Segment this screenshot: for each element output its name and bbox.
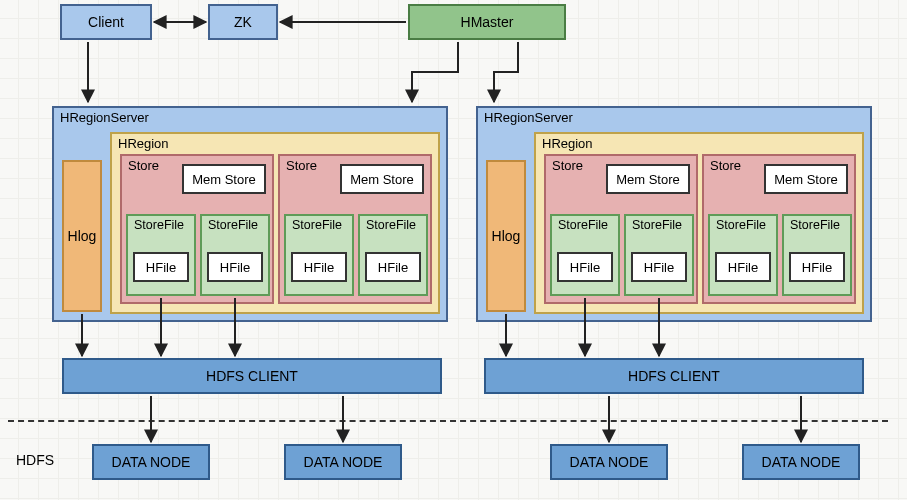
hfile-1a2-label: HFile [220,260,250,275]
hlog-2-label: Hlog [492,228,521,244]
hdfs-divider [8,420,888,422]
storefile-2a1-label: StoreFile [558,218,608,232]
hfile-2b2-label: HFile [802,260,832,275]
memstore-2a: Mem Store [606,164,690,194]
datanode-2a: DATA NODE [550,444,668,480]
hfile-2b2: HFile [789,252,845,282]
hmaster-label: HMaster [461,14,514,30]
memstore-1b-label: Mem Store [350,172,414,187]
storefile-1b1-label: StoreFile [292,218,342,232]
datanode-1a-label: DATA NODE [112,454,191,470]
datanode-2a-label: DATA NODE [570,454,649,470]
hdfs-client-2-label: HDFS CLIENT [628,368,720,384]
hdfs-client-2: HDFS CLIENT [484,358,864,394]
client-label: Client [88,14,124,30]
hdfs-client-1: HDFS CLIENT [62,358,442,394]
memstore-1a-label: Mem Store [192,172,256,187]
hregionserver-1-label: HRegionServer [60,110,149,125]
hfile-2a2: HFile [631,252,687,282]
datanode-1b: DATA NODE [284,444,402,480]
hfile-2a1: HFile [557,252,613,282]
hfile-1a2: HFile [207,252,263,282]
hregion-2-label: HRegion [542,136,593,151]
datanode-1a: DATA NODE [92,444,210,480]
hfile-2a1-label: HFile [570,260,600,275]
hfile-1a1-label: HFile [146,260,176,275]
hdfs-label: HDFS [16,452,54,468]
hfile-2a2-label: HFile [644,260,674,275]
hmaster-box: HMaster [408,4,566,40]
hdfs-client-1-label: HDFS CLIENT [206,368,298,384]
hfile-1a1: HFile [133,252,189,282]
hfile-2b1: HFile [715,252,771,282]
hfile-1b1-label: HFile [304,260,334,275]
hfile-1b2-label: HFile [378,260,408,275]
store-1b-label: Store [286,158,317,173]
store-2b-label: Store [710,158,741,173]
store-1a-label: Store [128,158,159,173]
datanode-1b-label: DATA NODE [304,454,383,470]
hfile-1b2: HFile [365,252,421,282]
storefile-1b2-label: StoreFile [366,218,416,232]
memstore-2b: Mem Store [764,164,848,194]
storefile-2b1-label: StoreFile [716,218,766,232]
storefile-2b2-label: StoreFile [790,218,840,232]
datanode-2b: DATA NODE [742,444,860,480]
store-2a-label: Store [552,158,583,173]
datanode-2b-label: DATA NODE [762,454,841,470]
hlog-2: Hlog [486,160,526,312]
storefile-1a1-label: StoreFile [134,218,184,232]
hfile-1b1: HFile [291,252,347,282]
zk-box: ZK [208,4,278,40]
hlog-1-label: Hlog [68,228,97,244]
storefile-1a2-label: StoreFile [208,218,258,232]
memstore-1b: Mem Store [340,164,424,194]
storefile-2a2-label: StoreFile [632,218,682,232]
client-box: Client [60,4,152,40]
zk-label: ZK [234,14,252,30]
memstore-2b-label: Mem Store [774,172,838,187]
hregion-1-label: HRegion [118,136,169,151]
memstore-1a: Mem Store [182,164,266,194]
hregionserver-2-label: HRegionServer [484,110,573,125]
hfile-2b1-label: HFile [728,260,758,275]
hlog-1: Hlog [62,160,102,312]
memstore-2a-label: Mem Store [616,172,680,187]
